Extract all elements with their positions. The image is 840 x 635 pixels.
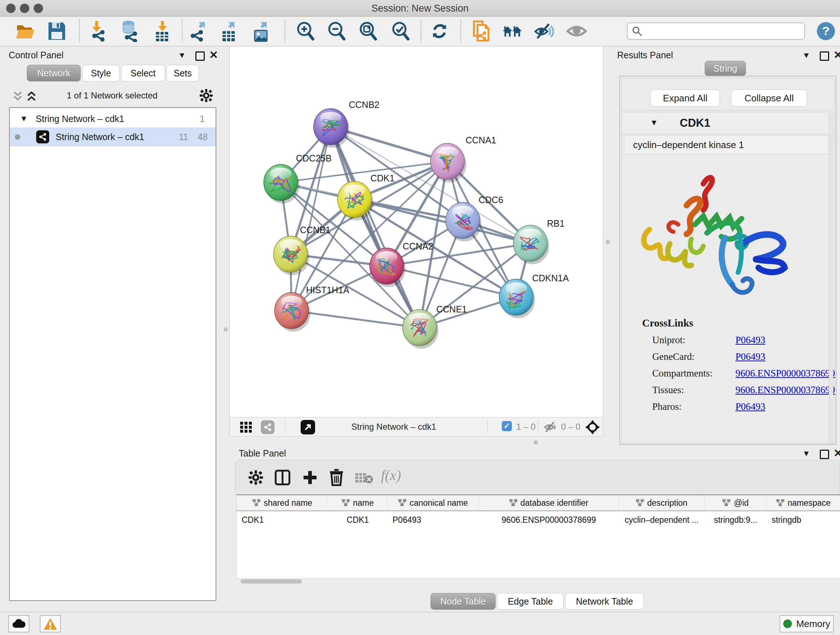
import-network-button[interactable] [87, 18, 108, 44]
control-panel-close-button[interactable]: ✕ [209, 49, 218, 61]
table-cell[interactable]: stringdb [767, 513, 840, 527]
tab-node-table[interactable]: Node Table [431, 593, 496, 610]
table-cell[interactable]: CDK1 [328, 513, 387, 527]
table-cell[interactable]: cyclin–dependent ... [619, 513, 705, 527]
crosslink-compartments[interactable]: 9606.ENSP00000378699 [736, 368, 835, 379]
network-row-selected[interactable]: String Network – cdk1 11 48 [10, 127, 216, 146]
network-options-button[interactable] [199, 88, 213, 103]
node-label: CCNA1 [466, 135, 496, 145]
export-network-button[interactable] [189, 18, 210, 44]
search-field[interactable] [627, 22, 805, 40]
open-session-button[interactable] [15, 18, 36, 44]
table-cell[interactable]: 9606.ENSP00000378699 [479, 513, 619, 527]
node-label: CDKN1A [532, 273, 569, 283]
table-panel-close-button[interactable]: ✕ [834, 447, 840, 459]
cloud-icon [12, 619, 26, 629]
column-header-database-identifier[interactable]: database identifier [479, 494, 619, 511]
export-image-button[interactable] [251, 18, 272, 44]
refresh-button[interactable] [429, 18, 450, 44]
results-panel-float-button[interactable]: ▼ [802, 51, 810, 60]
control-panel-maximize-button[interactable] [195, 51, 205, 61]
zoom-in-button[interactable] [294, 18, 316, 44]
column-header-name[interactable]: name [328, 494, 387, 511]
crosslink-uniprot[interactable]: P06493 [736, 334, 766, 346]
node-table: shared nameCDK1nameCDK1canonical nameP06… [236, 494, 840, 578]
collapse-all-networks-button[interactable] [12, 90, 23, 103]
tab-network-table[interactable]: Network Table [565, 593, 644, 610]
network-canvas[interactable]: CCNB2CCNA1CDC25BCDK1CDC6RB1CCNB1CCNA2CDK… [229, 46, 603, 417]
network-edge [292, 310, 420, 328]
tab-edge-table[interactable]: Edge Table [497, 593, 564, 610]
expand-all-networks-button[interactable] [26, 90, 37, 103]
crosslink-genecard[interactable]: P06493 [736, 351, 766, 363]
table-options-button[interactable] [248, 470, 264, 486]
results-panel-maximize-button[interactable] [820, 51, 829, 61]
help-icon: ? [816, 21, 836, 41]
results-scrollbar[interactable] [829, 113, 833, 443]
collapse-all-button[interactable]: Collapse All [731, 89, 807, 107]
column-header--id[interactable]: @id [705, 494, 767, 511]
cloud-status-button[interactable] [8, 615, 29, 632]
export-table-button[interactable] [219, 18, 240, 44]
crosslink-tissues[interactable]: 9606.ENSP00000378699 [736, 385, 835, 396]
hide-selected-button[interactable] [534, 18, 555, 44]
column-type-icon [398, 499, 407, 507]
results-panel-close-button[interactable]: ✕ [834, 49, 840, 61]
hidden-toggle[interactable] [544, 421, 557, 433]
collection-expand-arrow[interactable]: ▼ [20, 114, 28, 124]
help-button[interactable]: ? [816, 21, 836, 41]
memory-button[interactable]: Memory [780, 615, 834, 632]
warnings-button[interactable] [40, 615, 61, 632]
crosslink-pharos[interactable]: P06493 [736, 401, 766, 412]
export-image-icon [252, 20, 272, 42]
zoom-fit-button[interactable] [357, 18, 378, 44]
column-header-description[interactable]: description [619, 494, 705, 511]
table-cell[interactable]: CDK1 [237, 513, 328, 527]
right-splitter-handle[interactable] [606, 240, 610, 244]
gene-entry-header[interactable]: ▼ CDK1 [622, 112, 834, 134]
table-panel-float-button[interactable]: ▼ [802, 449, 810, 458]
tab-string[interactable]: String [705, 61, 746, 76]
table-horizontal-scrollbar[interactable] [236, 578, 840, 584]
function-builder-button[interactable]: f(x) [381, 467, 401, 484]
show-columns-button[interactable] [275, 470, 291, 486]
tab-select[interactable]: Select [121, 65, 165, 81]
column-header-canonical-name[interactable]: canonical name [387, 494, 479, 511]
eye-icon [566, 22, 587, 41]
export-table-icon [219, 20, 240, 42]
zoom-out-button[interactable] [325, 18, 347, 44]
add-column-button[interactable] [302, 470, 318, 486]
open-in-browser-button[interactable] [301, 420, 315, 434]
fit-content-button[interactable] [585, 420, 600, 435]
zoom-selected-button[interactable] [390, 18, 411, 44]
column-header-namespace[interactable]: namespace [767, 494, 840, 511]
column-header-shared-name[interactable]: shared name [237, 494, 328, 511]
gene-collapse-arrow[interactable]: ▼ [650, 118, 658, 127]
table-panel-title: Table Panel [239, 448, 286, 459]
bottom-splitter-handle[interactable] [534, 440, 538, 445]
delete-column-button[interactable] [329, 469, 344, 486]
expand-all-button[interactable]: Expand All [651, 89, 720, 107]
left-splitter-handle[interactable] [224, 327, 228, 332]
network-collection-row[interactable]: ▼ String Network – cdk1 1 [10, 111, 216, 127]
selected-checkbox[interactable]: ✓ [502, 421, 512, 431]
share-document-button[interactable] [471, 18, 492, 44]
import-table-button[interactable] [152, 18, 173, 44]
delete-table-button[interactable] [355, 472, 374, 485]
table-cell[interactable]: P06493 [387, 513, 479, 527]
birdseye-view-button[interactable] [240, 421, 252, 433]
import-network-from-database-button[interactable] [118, 18, 139, 44]
toolbar-separator [538, 420, 538, 434]
table-panel-maximize-button[interactable] [820, 450, 829, 459]
tab-style[interactable]: Style [82, 65, 120, 81]
column-type-icon [509, 499, 518, 507]
show-all-button[interactable] [566, 18, 587, 44]
tab-sets[interactable]: Sets [166, 65, 199, 81]
tab-network[interactable]: Network [27, 65, 81, 81]
home-network-button[interactable] [502, 18, 523, 44]
control-panel-float-button[interactable]: ▼ [178, 51, 186, 60]
save-session-button[interactable] [46, 18, 67, 44]
search-input[interactable] [645, 26, 797, 36]
scrollbar-thumb[interactable] [240, 579, 302, 584]
table-cell[interactable]: stringdb:9... [705, 513, 767, 527]
